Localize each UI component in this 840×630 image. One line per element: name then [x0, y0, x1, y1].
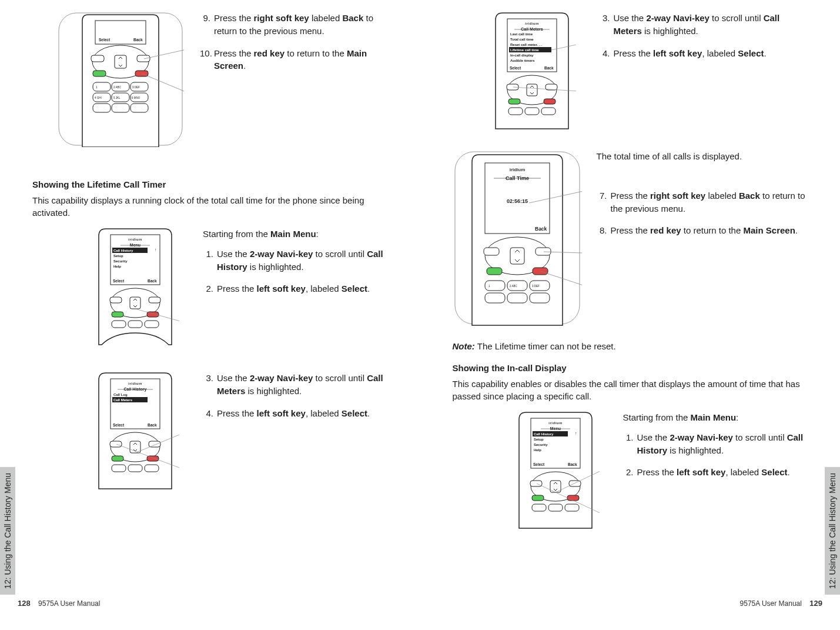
note-lifetime: Note: The Lifetime timer can not be rese…	[453, 341, 808, 351]
phone-illustration-callmeters: iridium Call Meters Last call time Total…	[488, 12, 585, 129]
soft-back-label: Back	[133, 38, 143, 42]
svg-rect-65	[525, 108, 539, 115]
svg-rect-59	[507, 84, 518, 90]
svg-rect-41	[111, 379, 160, 429]
step-7: 7. Press the right soft key labeled Back…	[597, 189, 808, 215]
svg-text:2 ABC: 2 ABC	[113, 86, 122, 89]
menu-item: Audible timers	[510, 59, 535, 62]
brand-label: iridium	[128, 382, 142, 385]
phone-illustration-menu: iridium Menu Call History Setup Security…	[91, 228, 188, 345]
step-10: 10. Press the red key to return to the M…	[200, 47, 388, 73]
svg-rect-15	[112, 104, 129, 112]
side-tab-right: 12: Using the Call History Menu	[825, 467, 840, 595]
step-2b: 2. Press the left soft key, labeled Sele…	[623, 466, 808, 479]
svg-rect-100	[532, 504, 546, 511]
menu-item: Help	[113, 265, 121, 268]
menu-item-highlight: Call History	[113, 249, 133, 252]
soft-select-label: Select	[533, 462, 545, 466]
section-title-incall: Showing the In-call Display	[453, 363, 808, 373]
svg-rect-81	[485, 293, 505, 303]
step-1b: 1. Use the 2-way Navi-key to scroll unti…	[623, 431, 808, 457]
svg-text:↑: ↑	[575, 431, 577, 435]
page-right: iridium Call Meters Last call time Total…	[420, 12, 841, 618]
svg-rect-52	[145, 465, 159, 472]
svg-text:6 MNO: 6 MNO	[132, 96, 140, 99]
soft-back-label: Back	[535, 226, 547, 232]
svg-rect-66	[541, 108, 555, 115]
svg-text:2 ABC: 2 ABC	[510, 285, 518, 288]
menu-item: Setup	[113, 254, 123, 258]
phone-illustration-callhistory: iridium Call History Call Log Call Meter…	[91, 372, 188, 489]
phone-illustration-top: Select Back 12 ABC3 DEF 4 GHI5 JKL6	[56, 12, 185, 147]
svg-rect-74	[536, 248, 551, 255]
svg-rect-83	[530, 293, 550, 303]
svg-rect-31	[149, 297, 160, 303]
menu-item: Security	[534, 443, 548, 446]
menu-item: Help	[534, 448, 541, 452]
svg-text:3 DEF: 3 DEF	[132, 86, 140, 89]
page-left: Select Back 12 ABC3 DEF 4 GHI5 JKL6	[0, 12, 420, 618]
phone-illustration-calltime: iridium Call Time 02:56:15 Back 12 ABC3 …	[453, 150, 582, 326]
menu-item: Last call time	[510, 32, 533, 36]
menu-item: Total call time	[510, 38, 534, 41]
menu-item: Call Log	[113, 393, 128, 396]
soft-back-label: Back	[568, 462, 577, 466]
soft-back-label: Back	[148, 423, 157, 427]
svg-rect-48	[112, 456, 123, 461]
svg-rect-73	[484, 248, 499, 255]
section-title-lifetime: Showing the Lifetime Call Timer	[32, 179, 388, 189]
footer-right: 9575A User Manual 129	[740, 599, 822, 608]
menu-item: Reset call meter. . .	[510, 43, 542, 46]
svg-text:5 JKL: 5 JKL	[113, 96, 121, 99]
svg-rect-76	[487, 268, 502, 275]
brand-label: iridium	[525, 22, 539, 25]
brand-label: iridium	[128, 238, 142, 241]
menu-item-highlight: Call History	[534, 432, 554, 436]
phone-illustration-menu2: iridium Menu Call History Setup Security…	[511, 411, 608, 529]
svg-text:↑: ↑	[155, 248, 157, 252]
svg-rect-101	[548, 504, 563, 511]
svg-rect-3	[91, 55, 104, 62]
svg-rect-30	[110, 297, 122, 303]
svg-rect-45	[110, 441, 122, 447]
menu-item-highlight: Call Meters	[113, 398, 133, 402]
menu-item: In-call display	[510, 54, 534, 57]
svg-rect-37	[145, 321, 159, 328]
step-8: 8. Press the red key to return to the Ma…	[597, 224, 808, 237]
call-time-value: 02:56:15	[506, 198, 527, 204]
svg-rect-62	[508, 99, 520, 104]
svg-rect-35	[112, 321, 126, 328]
svg-rect-64	[508, 108, 523, 115]
svg-text:3 DEF: 3 DEF	[532, 285, 540, 288]
svg-rect-63	[544, 99, 555, 104]
screen-title: Call Meters	[521, 27, 543, 31]
svg-rect-102	[565, 504, 579, 511]
step-4: 4. Press the left soft key, labeled Sele…	[203, 407, 388, 420]
screen-title: Menu	[130, 243, 140, 247]
svg-rect-4	[137, 55, 150, 62]
svg-rect-46	[149, 441, 160, 447]
screen-title: Call Time	[506, 175, 529, 181]
step-3: 3. Use the 2-way Navi-key to scroll unti…	[203, 372, 388, 398]
svg-rect-99	[567, 495, 579, 501]
svg-rect-98	[532, 495, 544, 501]
soft-select-label: Select	[99, 38, 111, 42]
svg-rect-36	[128, 321, 142, 328]
svg-rect-95	[530, 481, 542, 486]
soft-select-label: Select	[113, 279, 125, 283]
soft-back-label: Back	[544, 66, 554, 70]
step-3b: 3. Use the 2-way Navi-key to scroll unti…	[600, 12, 808, 38]
svg-rect-51	[128, 465, 142, 472]
screen-title: Call History	[124, 387, 147, 392]
brand-label: iridium	[509, 167, 525, 172]
display-text: The total time of all calls is displayed…	[597, 150, 808, 163]
lead-text: Starting from the Main Menu:	[203, 228, 388, 241]
svg-rect-16	[130, 104, 148, 112]
soft-select-label: Select	[113, 423, 125, 427]
svg-rect-6	[93, 71, 106, 76]
svg-rect-33	[112, 312, 123, 317]
svg-rect-14	[93, 104, 111, 112]
menu-item-highlight: Lifetime call time	[510, 48, 539, 52]
svg-rect-96	[569, 481, 581, 486]
step-9: 9. Press the right soft key labeled Back…	[200, 12, 388, 38]
